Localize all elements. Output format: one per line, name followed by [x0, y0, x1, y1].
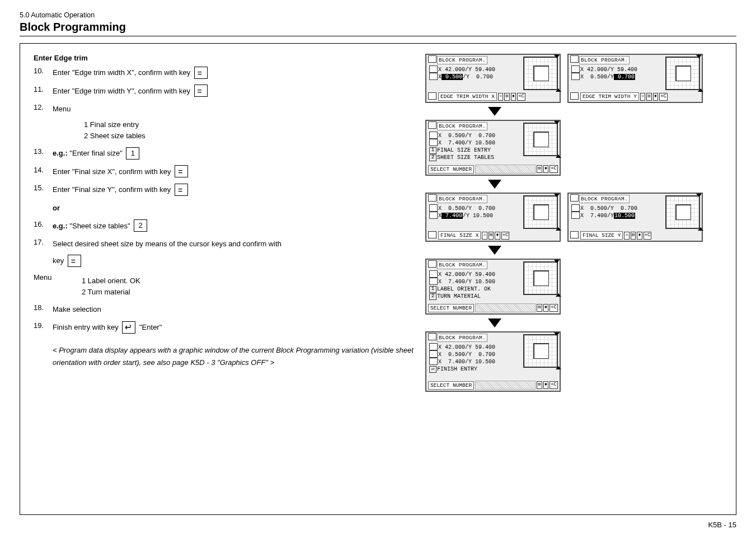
row-icon	[429, 65, 438, 73]
lcd-screen: BLOCK PROGRAM. X 0.500/Y 0.700 X 7.400/Y…	[425, 193, 561, 242]
footer-icon	[428, 231, 436, 238]
step-10: 10. Enter "Edge trim width X", confirm w…	[34, 67, 414, 79]
row-icon	[429, 343, 438, 350]
step-16: 16. e.g.: "Sheet size tables" 2	[34, 220, 414, 233]
row-icon	[571, 65, 580, 73]
content-frame: Enter Edge trim 10. Enter "Edge trim wid…	[20, 43, 736, 515]
step-text: Enter "Edge trim width Y", confirm with …	[53, 87, 190, 95]
lcd-title: BLOCK PROGRAM.	[437, 122, 487, 130]
row-icon	[429, 278, 438, 285]
lcd-menu-item: SHEET SIZE TABLES	[437, 154, 494, 161]
grid-icon	[675, 65, 691, 81]
step-number: 12.	[34, 103, 53, 111]
equals-key-icon	[194, 67, 208, 79]
row-icon	[429, 73, 438, 80]
lcd-column: BLOCK PROGRAM. X 42.000/Y 59.400 X 0.500…	[425, 54, 725, 504]
preview-icon	[665, 195, 700, 229]
preview-icon	[665, 57, 700, 90]
row-icon	[429, 139, 438, 146]
equals-key-icon	[68, 255, 81, 267]
step-12-menu: 1 Final size entry 2 Sheet size tables	[84, 119, 414, 142]
ctrl-icon: ♦	[511, 93, 516, 101]
menu-option: 1 Label orient. OK	[82, 275, 140, 287]
ctrl-icon: =	[624, 232, 629, 240]
lcd-row: X 42.000/Y 59.400	[580, 67, 637, 73]
row-icon	[429, 270, 438, 278]
ctrl-icon: «C	[517, 93, 525, 101]
menu-label: Menu	[34, 273, 53, 298]
menu-option: 2 Turn material	[82, 287, 140, 298]
footer-fill	[475, 303, 536, 312]
lcd-row: X 7.400/Y 10.500	[438, 279, 495, 285]
lcd-screen: BLOCK PROGRAM. X 42.000/Y 59.400 X 0.500…	[425, 331, 561, 392]
menu-block-b: Menu 1 Label orient. OK 2 Turn material	[34, 273, 414, 298]
lcd-row: X 0.500/Y 0.700	[438, 352, 495, 358]
ctrl-icon: «C	[644, 232, 652, 240]
step-17: 17. Select desired sheet size by means o…	[34, 238, 414, 268]
lcd-prompt: SELECT NUMBER	[428, 165, 474, 174]
or-text: or	[53, 202, 414, 214]
grid-icon	[533, 270, 549, 286]
lcd-title: BLOCK PROGRAM.	[437, 261, 487, 269]
preview-icon	[523, 261, 558, 295]
ctrl-icon: «C	[659, 93, 668, 101]
lcd-title: BLOCK PROGRAM.	[579, 56, 630, 64]
lcd-row-2: BLOCK PROGRAM. X 0.500/Y 0.700 X 7.400/Y…	[425, 120, 725, 176]
step-number: 16.	[34, 220, 53, 228]
row-icon	[429, 212, 438, 219]
ctrl-icon: ♦	[543, 165, 548, 173]
lcd-prompt: EDGE TRIM WIDTH Y	[580, 92, 639, 101]
preview-icon	[523, 195, 558, 229]
page-footer: K5B - 15	[20, 521, 736, 529]
ctrl-icon: =	[498, 93, 503, 101]
step-text: key	[53, 256, 64, 265]
lcd-row: X 0.500/Y 0.700	[438, 205, 495, 212]
lcd-menu-item: TURN MATERIAL	[437, 293, 481, 299]
menu-option: 2 Sheet size tables	[84, 130, 414, 142]
ctrl-icon: ♦	[637, 232, 642, 240]
grid-icon	[533, 204, 549, 220]
ctrl-icon: =	[482, 232, 487, 240]
enter-key-icon	[122, 321, 135, 334]
row-icon	[571, 73, 580, 80]
lcd-row: X 0.500/Y 0.700	[438, 133, 495, 139]
step-text: Enter "Edge trim width X", confirm with …	[53, 68, 190, 77]
row-icon	[429, 350, 438, 358]
menu-option: 1 Final size entry	[84, 119, 414, 130]
step-19: 19. Finish entry with key "Enter"	[34, 321, 414, 334]
step-text: "Sheet size tables"	[68, 222, 130, 230]
lcd-title: BLOCK PROGRAM.	[437, 334, 487, 342]
ctrl-icon: ⊞	[537, 304, 542, 312]
ctrl-icon: ⊞	[631, 232, 636, 240]
lcd-prompt: SELECT NUMBER	[428, 304, 474, 312]
ctrl-icon: ⊞	[537, 381, 542, 389]
equals-key-icon	[175, 184, 188, 196]
lcd-row-3: BLOCK PROGRAM. X 0.500/Y 0.700 X 7.400/Y…	[425, 193, 725, 242]
ctrl-icon: «C	[550, 165, 558, 173]
note-text: < Program data display appears with a gr…	[53, 344, 414, 369]
lcd-highlight: 0.700	[614, 74, 635, 80]
row-icon	[571, 212, 580, 219]
grid-icon	[533, 343, 549, 359]
number-box-icon: 2	[429, 293, 436, 300]
page-title: Block Programming	[20, 21, 736, 36]
lcd-prompt: EDGE TRIM WIDTH X	[438, 92, 497, 101]
ctrl-icon: ♦	[543, 304, 548, 312]
lcd-highlight: 7.400	[442, 213, 463, 219]
arrow-down-icon	[488, 180, 501, 189]
step-text: Make selection	[53, 303, 414, 316]
ctrl-icon: ⊞	[646, 93, 651, 101]
mode-icon	[428, 333, 436, 340]
step-15: 15. Enter "Final size Y", confirm with k…	[34, 184, 414, 196]
lcd-title: BLOCK PROGRAM.	[437, 195, 487, 203]
step-text: Finish entry with key	[53, 323, 119, 331]
step-18: 18. Make selection	[34, 303, 414, 316]
step-text: Menu	[53, 105, 71, 113]
step-number: 15.	[34, 184, 53, 192]
footer-icon	[570, 231, 579, 238]
number-box-icon: 1	[429, 286, 436, 293]
digit-key-icon: 2	[134, 219, 147, 232]
lcd-title: BLOCK PROGRAM.	[437, 56, 487, 64]
step-prefix: e.g.:	[53, 222, 68, 230]
digit-key-icon: 1	[126, 147, 139, 160]
